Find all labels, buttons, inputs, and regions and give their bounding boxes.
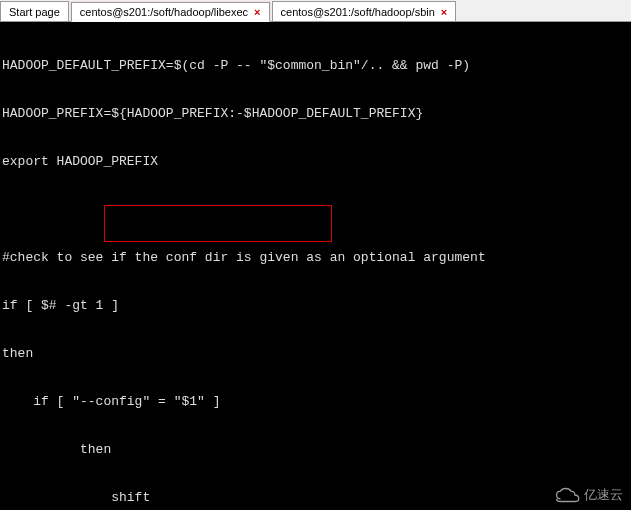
code-line: export HADOOP_PREFIX xyxy=(2,154,629,170)
close-icon[interactable]: × xyxy=(441,6,447,18)
code-line xyxy=(2,202,629,218)
tab-bar: Start page centos@s201:/soft/hadoop/libe… xyxy=(0,0,631,22)
code-line: HADOOP_DEFAULT_PREFIX=$(cd -P -- "$commo… xyxy=(2,58,629,74)
tab-label: centos@s201:/soft/hadoop/sbin xyxy=(281,6,435,18)
tab-label: Start page xyxy=(9,6,60,18)
code-line: then xyxy=(2,442,629,458)
tab-label: centos@s201:/soft/hadoop/libexec xyxy=(80,6,248,18)
code-line: if [ $# -gt 1 ] xyxy=(2,298,629,314)
close-icon[interactable]: × xyxy=(254,6,260,18)
code-line: #check to see if the conf dir is given a… xyxy=(2,250,629,266)
tab-libexec[interactable]: centos@s201:/soft/hadoop/libexec × xyxy=(71,2,270,22)
tab-sbin[interactable]: centos@s201:/soft/hadoop/sbin × xyxy=(272,1,457,21)
code-line: if [ "--config" = "$1" ] xyxy=(2,394,629,410)
watermark: 亿速云 xyxy=(554,486,623,504)
code-line: HADOOP_PREFIX=${HADOOP_PREFIX:-$HADOOP_D… xyxy=(2,106,629,122)
tab-start-page[interactable]: Start page xyxy=(0,1,69,21)
watermark-text: 亿速云 xyxy=(584,486,623,504)
code-line: then xyxy=(2,346,629,362)
editor-area[interactable]: HADOOP_DEFAULT_PREFIX=$(cd -P -- "$commo… xyxy=(0,22,631,510)
code-line: shift xyxy=(2,490,629,506)
cloud-icon xyxy=(554,487,580,503)
